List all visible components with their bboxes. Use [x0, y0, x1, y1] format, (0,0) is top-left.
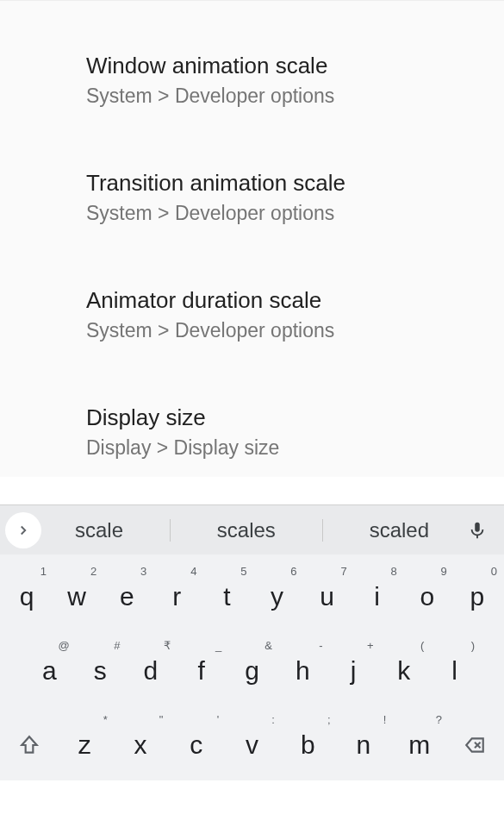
backspace-key[interactable]: [447, 710, 502, 780]
result-title: Display size: [86, 404, 483, 431]
chevron-right-icon: [16, 523, 31, 538]
result-item[interactable]: Display size Display > Display size: [0, 387, 504, 477]
search-results: Window animation scale System > Develope…: [0, 0, 504, 477]
key-i[interactable]: 8i: [352, 561, 402, 632]
key-b[interactable]: ;b: [280, 710, 336, 780]
keyboard-row-3: *z "x 'c :v ;b !n ?m: [2, 710, 502, 780]
result-item[interactable]: Animator duration scale System > Develop…: [0, 270, 504, 360]
result-subtitle: System > Developer options: [86, 319, 483, 342]
result-title: Transition animation scale: [86, 170, 483, 197]
key-k[interactable]: (k: [378, 636, 429, 706]
key-q[interactable]: 1q: [2, 561, 52, 632]
on-screen-keyboard: 1q 2w 3e 4r 5t 6y 7u 8i 9o 0p @a #s ₹d _…: [0, 554, 504, 780]
key-m[interactable]: ?m: [391, 710, 447, 780]
key-r[interactable]: 4r: [152, 561, 202, 632]
key-v[interactable]: :v: [224, 710, 280, 780]
suggestion-word[interactable]: scaled: [359, 518, 439, 542]
shift-icon: [18, 734, 40, 756]
key-e[interactable]: 3e: [102, 561, 152, 632]
key-j[interactable]: +j: [328, 636, 379, 706]
keyboard-row-1: 1q 2w 3e 4r 5t 6y 7u 8i 9o 0p: [2, 561, 502, 632]
key-w[interactable]: 2w: [52, 561, 102, 632]
result-title: Window animation scale: [86, 53, 483, 79]
key-s[interactable]: #s: [75, 636, 126, 706]
result-title: Animator duration scale: [86, 287, 483, 314]
key-y[interactable]: 6y: [252, 561, 302, 632]
key-x[interactable]: "x: [113, 710, 169, 780]
result-subtitle: System > Developer options: [86, 202, 483, 225]
key-n[interactable]: !n: [336, 710, 392, 780]
suggestion-list: scale scales scaled: [47, 518, 457, 542]
key-f[interactable]: _f: [176, 636, 227, 706]
key-o[interactable]: 9o: [402, 561, 452, 632]
result-subtitle: Display > Display size: [86, 436, 483, 460]
suggestion-divider: [170, 519, 171, 542]
key-g[interactable]: &g: [227, 636, 277, 706]
result-item[interactable]: Window animation scale System > Develope…: [0, 35, 504, 125]
key-l[interactable]: )l: [429, 636, 480, 706]
suggestion-divider: [322, 519, 323, 542]
result-item[interactable]: Transition animation scale System > Deve…: [0, 153, 504, 242]
suggestion-word[interactable]: scales: [207, 518, 286, 542]
keyboard-row-2: @a #s ₹d _f &g -h +j (k )l: [2, 636, 502, 706]
keyboard-suggestion-bar: scale scales scaled: [0, 504, 504, 554]
key-d[interactable]: ₹d: [126, 636, 177, 706]
key-h[interactable]: -h: [277, 636, 328, 706]
microphone-icon: [468, 519, 487, 542]
key-p[interactable]: 0p: [452, 561, 502, 632]
suggestion-word[interactable]: scale: [65, 518, 134, 542]
expand-suggestions-button[interactable]: [5, 512, 41, 548]
backspace-icon: [464, 734, 486, 756]
key-c[interactable]: 'c: [168, 710, 224, 780]
result-subtitle: System > Developer options: [86, 85, 483, 108]
key-z[interactable]: *z: [57, 710, 113, 780]
key-t[interactable]: 5t: [202, 561, 252, 632]
voice-input-button[interactable]: [457, 511, 497, 550]
shift-key[interactable]: [2, 710, 57, 780]
key-a[interactable]: @a: [24, 636, 75, 706]
key-u[interactable]: 7u: [302, 561, 352, 632]
